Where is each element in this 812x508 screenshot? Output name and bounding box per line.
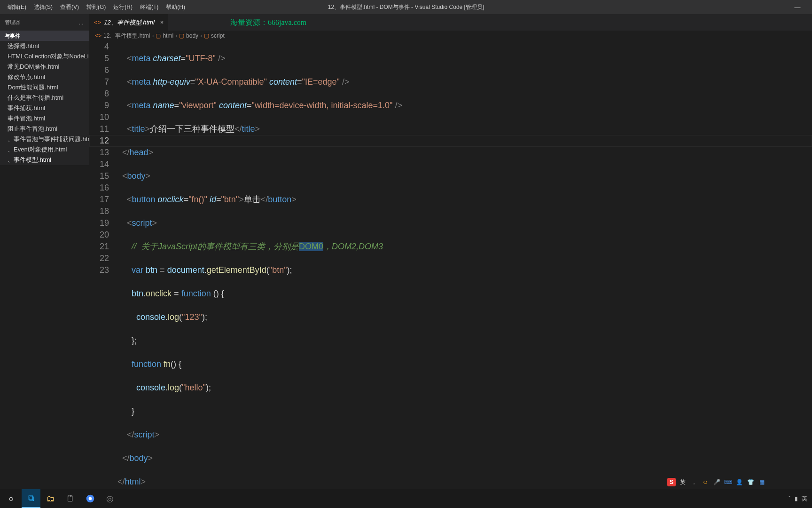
text-selection: DOM0	[299, 242, 323, 251]
crumb[interactable]: 12、事件模型.html	[103, 32, 150, 40]
chevron-right-icon: ›	[200, 32, 202, 39]
ime-emoji-icon[interactable]: ☺	[701, 478, 710, 486]
file-item[interactable]: 阻止事件冒泡.html	[0, 124, 89, 134]
chrome-icon[interactable]	[81, 489, 100, 508]
notepad-icon[interactable]: 🗒	[61, 489, 80, 508]
ime-lang[interactable]: 英	[679, 478, 687, 486]
tray-lang-icon[interactable]: 英	[802, 495, 807, 503]
menu-view[interactable]: 查看(V)	[56, 3, 83, 11]
menu-run[interactable]: 运行(R)	[109, 3, 136, 11]
file-item[interactable]: 选择器.html	[0, 41, 89, 51]
ime-keyboard-icon[interactable]: ⌨	[724, 478, 732, 486]
crumb[interactable]: html	[163, 32, 173, 39]
menu-term[interactable]: 终端(T)	[136, 3, 162, 11]
tag-icon: ▢	[179, 32, 184, 39]
file-item[interactable]: 、事件冒泡与事件捕获问题.html	[0, 134, 89, 144]
chevron-right-icon: ›	[152, 32, 154, 39]
tray-chevron-up-icon[interactable]: ˄	[788, 495, 791, 502]
menu-help[interactable]: 帮助(H)	[162, 3, 189, 11]
ime-user-icon[interactable]: 👤	[735, 478, 743, 486]
watermark-overlay: 海量资源：666java.com	[230, 18, 306, 28]
editor-tabs: <> 12、事件模型.html ×	[89, 14, 812, 31]
file-item[interactable]: 事件捕获.html	[0, 103, 89, 113]
tab-active[interactable]: <> 12、事件模型.html ×	[89, 14, 169, 31]
crumb[interactable]: script	[211, 32, 225, 39]
ime-voice-icon[interactable]: 🎤	[712, 478, 721, 486]
code-editor[interactable]: 4567891011121314151617181920212223 <meta…	[89, 41, 812, 489]
folder-section[interactable]: 与事件	[0, 31, 89, 41]
explorer-label: 管理器	[5, 19, 20, 26]
cortana-icon[interactable]: ○	[2, 489, 21, 508]
sogou-icon[interactable]: S	[667, 478, 676, 486]
file-item[interactable]: 常见DOM操作.html	[0, 62, 89, 72]
ime-punct-icon[interactable]: ，	[690, 478, 698, 486]
explorer-more-icon[interactable]: …	[78, 20, 85, 25]
ime-toolbox-icon[interactable]: ▦	[757, 478, 766, 486]
minimize-button[interactable]: —	[787, 4, 808, 11]
menu-edit[interactable]: 编辑(E)	[4, 3, 30, 11]
tray-battery-icon[interactable]: ▮	[795, 495, 798, 502]
menu-goto[interactable]: 转到(G)	[83, 3, 109, 11]
file-item[interactable]: HTMLCollection对象与NodeList对象...	[0, 51, 89, 62]
file-explorer-icon[interactable]: 🗂	[41, 489, 60, 508]
file-item-active[interactable]: 、事件模型.html	[0, 155, 89, 165]
html-file-icon: <>	[95, 32, 102, 39]
svg-point-1	[89, 497, 92, 500]
file-explorer: 选择器.html HTMLCollection对象与NodeList对象... …	[0, 41, 89, 165]
file-item[interactable]: Dom性能问题.html	[0, 82, 89, 93]
file-item[interactable]: 什么是事件传播.html	[0, 93, 89, 103]
breadcrumb[interactable]: <> 12、事件模型.html › ▢ html › ▢ body › ▢ sc…	[89, 31, 812, 41]
line-gutter: 4567891011121314151617181920212223	[89, 41, 117, 276]
vscode-taskbar-icon[interactable]: ⧉	[22, 489, 40, 508]
file-item[interactable]: 修改节点.html	[0, 72, 89, 82]
obs-icon[interactable]: ◎	[101, 489, 119, 508]
ime-skin-icon[interactable]: 👕	[746, 478, 755, 486]
code-content[interactable]: <meta charset="UTF-8" /> <meta http-equi…	[117, 41, 812, 508]
menu-select[interactable]: 选择(S)	[30, 3, 56, 11]
crumb[interactable]: body	[186, 32, 198, 39]
chevron-right-icon: ›	[175, 32, 177, 39]
html-file-icon: <>	[94, 19, 101, 26]
file-item[interactable]: 、Event对象使用.html	[0, 144, 89, 155]
windows-taskbar: ○ ⧉ 🗂 🗒 ◎ ˄ ▮ 英	[0, 489, 812, 508]
tab-title: 12、事件模型.html	[104, 18, 155, 27]
tag-icon: ▢	[204, 32, 209, 39]
minimap[interactable]	[803, 41, 812, 135]
tag-icon: ▢	[156, 32, 161, 39]
ime-toolbar[interactable]: S 英 ， ☺ 🎤 ⌨ 👤 👕 ▦	[667, 477, 766, 487]
close-tab-icon[interactable]: ×	[160, 19, 164, 26]
explorer-header: 管理器 …	[0, 14, 89, 31]
menu-bar: 编辑(E) 选择(S) 查看(V) 转到(G) 运行(R) 终端(T) 帮助(H…	[0, 0, 812, 14]
file-item[interactable]: 事件冒泡.html	[0, 113, 89, 124]
